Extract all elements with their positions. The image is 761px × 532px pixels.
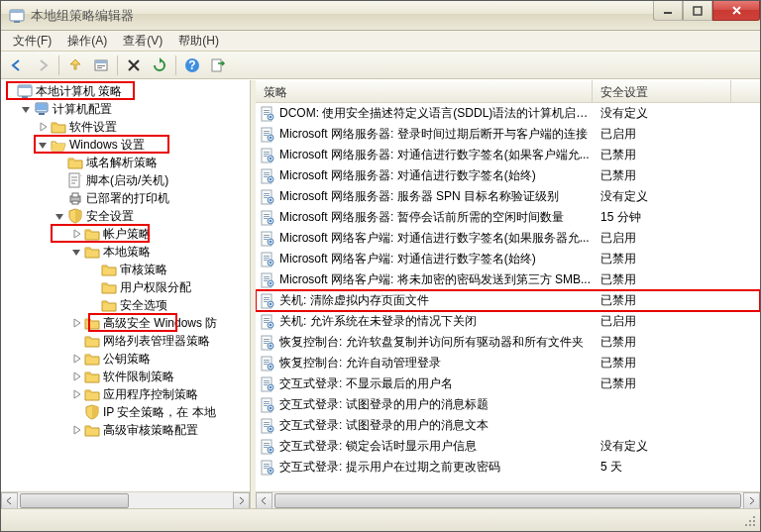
- expand-icon[interactable]: [68, 371, 84, 382]
- forward-button[interactable]: [31, 53, 54, 77]
- folder-icon: [84, 244, 100, 260]
- column-header-policy[interactable]: 策略: [256, 80, 593, 102]
- expand-icon[interactable]: [68, 424, 84, 436]
- folder-icon: [84, 422, 100, 438]
- list-row[interactable]: 交互式登录: 试图登录的用户的消息文本: [256, 415, 760, 436]
- collapse-icon[interactable]: [18, 103, 34, 115]
- list-row[interactable]: Microsoft 网络服务器: 对通信进行数字签名(如果客户端允...已禁用: [256, 145, 760, 165]
- tree-item-network-list-mgr[interactable]: 网络列表管理器策略: [1, 332, 250, 350]
- folder-icon: [101, 279, 117, 295]
- tree-item-advanced-audit[interactable]: 高级审核策略配置: [1, 421, 250, 439]
- close-button[interactable]: [712, 1, 760, 21]
- tree-item-software-settings[interactable]: 软件设置: [1, 118, 250, 136]
- tree[interactable]: 本地计算机 策略计算机配置软件设置Windows 设置域名解析策略脚本(启动/关…: [1, 80, 250, 491]
- column-header-setting[interactable]: 安全设置: [593, 80, 731, 102]
- resize-grip[interactable]: [742, 513, 756, 527]
- list-row[interactable]: 关机: 清除虚拟内存页面文件已禁用: [256, 290, 760, 311]
- minimize-button[interactable]: [653, 1, 683, 21]
- list-row[interactable]: Microsoft 网络客户端: 将未加密的密码发送到第三方 SMB...已禁用: [256, 269, 760, 290]
- tree-item-software-restriction[interactable]: 软件限制策略: [1, 368, 250, 385]
- policy-name: 交互式登录: 试图登录的用户的消息文本: [279, 417, 489, 434]
- tree-item-name-resolution[interactable]: 域名解析策略: [1, 154, 250, 171]
- tree-hscrollbar[interactable]: [1, 491, 250, 508]
- tree-item-windows-settings[interactable]: Windows 设置: [1, 136, 250, 154]
- list-row[interactable]: Microsoft 网络客户端: 对通信进行数字签名(始终)已禁用: [256, 249, 760, 269]
- folder-icon: [101, 297, 117, 313]
- tree-item-public-key[interactable]: 公钥策略: [1, 350, 250, 368]
- tree-item-scripts[interactable]: 脚本(启动/关机): [1, 171, 250, 189]
- policy-setting: 15 分钟: [593, 209, 731, 226]
- expand-icon[interactable]: [68, 353, 84, 365]
- folder-icon: [51, 119, 66, 135]
- policy-setting: 已禁用: [593, 167, 731, 184]
- folder-icon: [84, 315, 100, 331]
- list-row[interactable]: 恢复控制台: 允许自动管理登录已禁用: [256, 353, 760, 373]
- policy-setting: 已禁用: [593, 147, 731, 163]
- policy-name: DCOM: 使用安全描述符定义语言(SDDL)语法的计算机启动...: [279, 105, 593, 122]
- tree-item-label: 已部署的打印机: [86, 190, 169, 207]
- list-row[interactable]: Microsoft 网络服务器: 登录时间过期后断开与客户端的连接已启用: [256, 124, 760, 145]
- body: 本地计算机 策略计算机配置软件设置Windows 设置域名解析策略脚本(启动/关…: [1, 79, 760, 508]
- maximize-button[interactable]: [683, 1, 712, 21]
- collapse-icon[interactable]: [68, 246, 84, 258]
- policy-name: 关机: 允许系统在未登录的情况下关闭: [279, 313, 477, 330]
- expand-icon[interactable]: [68, 317, 84, 329]
- policy-name: 交互式登录: 不显示最后的用户名: [279, 375, 453, 392]
- help-button[interactable]: [180, 53, 204, 77]
- policy-setting: 已禁用: [593, 251, 731, 267]
- expand-icon[interactable]: [68, 228, 84, 240]
- list-row[interactable]: DCOM: 使用安全描述符定义语言(SDDL)语法的计算机启动...没有定义: [256, 103, 760, 124]
- policy-name: 交互式登录: 提示用户在过期之前更改密码: [279, 459, 500, 476]
- list-header: 策略 安全设置: [256, 80, 760, 103]
- policy-setting: 没有定义: [593, 438, 731, 455]
- tree-item-user-rights[interactable]: 用户权限分配: [1, 278, 250, 296]
- menu-help[interactable]: 帮助(H): [170, 31, 227, 52]
- list-row[interactable]: 交互式登录: 试图登录的用户的消息标题: [256, 394, 760, 415]
- collapse-icon[interactable]: [52, 210, 67, 222]
- tree-item-computer-config[interactable]: 计算机配置: [1, 100, 250, 118]
- collapse-icon[interactable]: [35, 139, 51, 151]
- tree-item-local-policies[interactable]: 本地策略: [1, 243, 250, 261]
- list-row[interactable]: Microsoft 网络服务器: 暂停会话前所需的空闲时间数量15 分钟: [256, 207, 760, 228]
- tree-item-audit-policy[interactable]: 审核策略: [1, 261, 250, 278]
- policy-setting: 已禁用: [593, 355, 731, 372]
- tree-item-security-options[interactable]: 安全选项: [1, 296, 250, 314]
- printer-icon: [67, 190, 83, 206]
- tree-item-label: 用户权限分配: [120, 279, 191, 296]
- tree-item-ip-security[interactable]: IP 安全策略，在 本地: [1, 403, 250, 421]
- expand-icon[interactable]: [35, 121, 51, 133]
- tree-item-app-control[interactable]: 应用程序控制策略: [1, 385, 250, 403]
- policy-name: Microsoft 网络服务器: 暂停会话前所需的空闲时间数量: [279, 209, 564, 226]
- tree-item-advanced-windows-fw[interactable]: 高级安全 Windows 防: [1, 314, 250, 332]
- list-row[interactable]: 交互式登录: 锁定会话时显示用户信息没有定义: [256, 436, 760, 457]
- policy-icon: [260, 314, 275, 330]
- tree-item-deployed-printers[interactable]: 已部署的打印机: [1, 189, 250, 207]
- tree-item-account-policies[interactable]: 帐户策略: [1, 225, 250, 243]
- refresh-button[interactable]: [148, 53, 171, 77]
- list-hscrollbar[interactable]: [256, 491, 760, 508]
- policy-name: Microsoft 网络客户端: 将未加密的密码发送到第三方 SMB...: [279, 271, 591, 288]
- list-row[interactable]: 交互式登录: 不显示最后的用户名已禁用: [256, 373, 760, 394]
- menu-action[interactable]: 操作(A): [59, 31, 115, 52]
- expand-icon[interactable]: [68, 388, 84, 400]
- tree-item-label: 应用程序控制策略: [103, 386, 198, 403]
- titlebar[interactable]: 本地组策略编辑器: [1, 1, 760, 31]
- list-row[interactable]: Microsoft 网络服务器: 服务器 SPN 目标名称验证级别没有定义: [256, 186, 760, 207]
- menu-file[interactable]: 文件(F): [5, 31, 59, 52]
- export-button[interactable]: [206, 53, 230, 77]
- svg-rect-23: [664, 12, 672, 14]
- back-button[interactable]: [5, 53, 29, 77]
- menu-view[interactable]: 查看(V): [115, 31, 170, 52]
- list-row[interactable]: 关机: 允许系统在未登录的情况下关闭已启用: [256, 311, 760, 332]
- up-button[interactable]: [63, 53, 87, 77]
- properties-button[interactable]: [89, 53, 113, 77]
- app-window: 本地组策略编辑器 文件(F) 操作(A) 查看(V) 帮助(H): [0, 0, 761, 532]
- list-body[interactable]: DCOM: 使用安全描述符定义语言(SDDL)语法的计算机启动...没有定义Mi…: [256, 103, 760, 491]
- list-row[interactable]: 恢复控制台: 允许软盘复制并访问所有驱动器和所有文件夹已禁用: [256, 332, 760, 353]
- list-row[interactable]: Microsoft 网络客户端: 对通信进行数字签名(如果服务器允...已启用: [256, 228, 760, 249]
- delete-button[interactable]: [122, 53, 146, 77]
- tree-item-root[interactable]: 本地计算机 策略: [1, 82, 250, 100]
- list-row[interactable]: Microsoft 网络服务器: 对通信进行数字签名(始终)已禁用: [256, 165, 760, 186]
- list-row[interactable]: 交互式登录: 提示用户在过期之前更改密码5 天: [256, 457, 760, 478]
- tree-item-security-settings[interactable]: 安全设置: [1, 207, 250, 225]
